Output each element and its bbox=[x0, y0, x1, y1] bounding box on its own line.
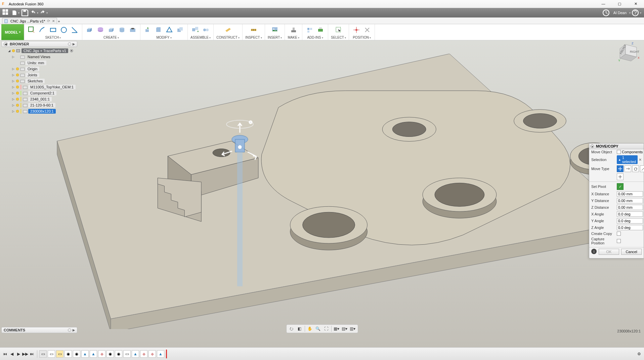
rectangle-tool-button[interactable] bbox=[48, 25, 58, 35]
cancel-button[interactable]: Cancel bbox=[621, 249, 642, 255]
tree-item[interactable]: ▷M1100S_TopYoke_OEM:1 bbox=[1, 84, 77, 90]
visibility-icon[interactable] bbox=[11, 49, 15, 53]
move-type-rotate-button[interactable] bbox=[632, 165, 639, 172]
cylinder-button[interactable] bbox=[117, 25, 127, 35]
data-panel-button[interactable] bbox=[2, 9, 10, 17]
move-object-checkbox[interactable] bbox=[617, 150, 621, 154]
timeline-back-button[interactable]: ◀ bbox=[9, 351, 15, 357]
visibility-icon[interactable] bbox=[15, 109, 19, 113]
line-tool-button[interactable] bbox=[38, 25, 47, 35]
job-status-icon[interactable] bbox=[602, 9, 610, 17]
comments-chevron-icon[interactable]: ▶ bbox=[73, 328, 75, 332]
ribbon-label-addins[interactable]: ADD-INS bbox=[307, 36, 323, 39]
panel-collapse-icon[interactable]: ● bbox=[591, 145, 594, 148]
tree-item[interactable]: ▷Named Views bbox=[1, 54, 77, 60]
pan-button[interactable]: ✋ bbox=[307, 326, 313, 332]
save-button[interactable] bbox=[21, 9, 29, 17]
timeline-feature[interactable]: ◆ bbox=[148, 350, 156, 358]
timeline-feature[interactable]: ◉ bbox=[73, 350, 80, 358]
visibility-icon[interactable] bbox=[15, 97, 19, 101]
redo-button[interactable] bbox=[40, 9, 48, 17]
hole-button[interactable] bbox=[128, 25, 137, 35]
revolve-button[interactable] bbox=[96, 25, 105, 35]
distance-input[interactable] bbox=[617, 198, 643, 203]
set-pivot-button[interactable]: ✓ bbox=[617, 183, 624, 190]
create-sketch-button[interactable] bbox=[27, 25, 36, 35]
circle-tool-button[interactable] bbox=[59, 25, 69, 35]
window-close-button[interactable]: ✕ bbox=[631, 2, 641, 6]
window-minimize-button[interactable]: — bbox=[598, 2, 608, 6]
workspace-switcher[interactable]: MODEL▾ bbox=[1, 24, 24, 40]
visibility-icon[interactable] bbox=[15, 85, 19, 89]
ribbon-label-insert[interactable]: INSERT bbox=[268, 36, 282, 39]
tree-item[interactable]: Units: mm bbox=[1, 60, 77, 66]
print-button[interactable] bbox=[316, 25, 325, 35]
position-revert-button[interactable] bbox=[362, 25, 372, 35]
expand-icon[interactable]: ▷ bbox=[11, 110, 15, 113]
browser-collapse-icon[interactable]: ◀ bbox=[4, 42, 8, 46]
viewport-settings-button[interactable]: ▥▾ bbox=[350, 326, 356, 332]
timeline-feature[interactable]: ▲ bbox=[157, 350, 164, 358]
timeline-feature[interactable]: ◉ bbox=[106, 350, 114, 358]
box-button[interactable] bbox=[106, 25, 116, 35]
timeline-feature[interactable]: ▲ bbox=[90, 350, 97, 358]
ribbon-label-sketch[interactable]: SKETCH bbox=[45, 36, 61, 39]
selection-clear-button[interactable]: ✕ bbox=[639, 158, 642, 162]
comments-pin-icon[interactable] bbox=[68, 328, 71, 332]
construct-plane-button[interactable] bbox=[223, 25, 233, 35]
capture-position-checkbox[interactable] bbox=[617, 239, 621, 243]
tree-root[interactable]: ◢ CNC Jigs + TraceParts v1 bbox=[1, 48, 77, 54]
timeline-feature[interactable]: ▭ bbox=[123, 350, 131, 358]
move-type-translate-button[interactable] bbox=[625, 165, 631, 172]
zoom-button[interactable]: 🔍 bbox=[315, 326, 321, 332]
document-tab[interactable]: CNC Jigs ...Parts v1* ⟳ ✕ bbox=[2, 18, 57, 24]
visibility-icon[interactable] bbox=[15, 67, 19, 71]
select-button[interactable] bbox=[334, 25, 343, 35]
fillet-button[interactable] bbox=[154, 25, 163, 35]
browser-header[interactable]: ◀ BROWSER ▶ bbox=[1, 41, 77, 47]
create-copy-checkbox[interactable] bbox=[617, 232, 621, 236]
timeline-feature[interactable]: ◉ bbox=[115, 350, 122, 358]
expand-icon[interactable]: ▷ bbox=[11, 85, 15, 89]
visibility-icon[interactable] bbox=[15, 91, 19, 95]
tree-item[interactable]: ▷Joints bbox=[1, 72, 77, 78]
combine-button[interactable] bbox=[175, 25, 185, 35]
ribbon-label-construct[interactable]: CONSTRUCT bbox=[216, 36, 240, 39]
timeline-feature[interactable]: ◆ bbox=[140, 350, 147, 358]
comments-panel-header[interactable]: COMMENTS ▶ bbox=[1, 327, 77, 333]
extrude-button[interactable] bbox=[85, 25, 94, 35]
move-copy-header[interactable]: ● MOVE/COPY bbox=[589, 144, 644, 149]
timeline-feature[interactable]: ▲ bbox=[132, 350, 139, 358]
view-cube[interactable]: RIGHT FRONT Z X Y bbox=[617, 42, 639, 64]
timeline-marker[interactable] bbox=[166, 350, 167, 358]
tree-item[interactable]: ▷Component2:1 bbox=[1, 90, 77, 96]
ribbon-label-modify[interactable]: MODIFY bbox=[156, 36, 171, 39]
orbit-button[interactable]: ⭮ bbox=[289, 326, 295, 332]
activate-radio-icon[interactable] bbox=[70, 49, 73, 52]
visibility-icon[interactable] bbox=[15, 73, 19, 77]
ribbon-label-create[interactable]: CREATE bbox=[103, 36, 119, 39]
tab-recover-icon[interactable]: ⟳ bbox=[47, 19, 50, 23]
timeline-feature[interactable]: ▭ bbox=[48, 350, 55, 358]
look-at-button[interactable]: ◧ bbox=[297, 326, 303, 332]
help-button[interactable]: ? bbox=[631, 9, 639, 17]
fit-button[interactable]: ⛶ bbox=[323, 326, 329, 332]
timeline-end-button[interactable]: ⏭ bbox=[29, 351, 35, 357]
timeline-play-button[interactable]: ▶ bbox=[15, 351, 22, 357]
ribbon-label-inspect[interactable]: INSPECT bbox=[245, 36, 262, 39]
user-menu-chevron-icon[interactable]: ▾ bbox=[629, 11, 631, 14]
expand-icon[interactable]: ▷ bbox=[11, 91, 15, 95]
move-type-extra-button[interactable] bbox=[617, 173, 624, 180]
new-component-button[interactable]: + bbox=[190, 25, 200, 35]
panel-info-icon[interactable]: i bbox=[591, 249, 597, 254]
expand-icon[interactable]: ▷ bbox=[11, 67, 15, 71]
expand-icon[interactable]: ▷ bbox=[11, 73, 15, 77]
undo-button[interactable] bbox=[30, 9, 38, 17]
timeline-feature[interactable]: ◉ bbox=[65, 350, 72, 358]
joint-button[interactable] bbox=[201, 25, 211, 35]
user-name[interactable]: Al Dean bbox=[613, 11, 627, 15]
expand-icon[interactable]: ▷ bbox=[11, 55, 15, 58]
timeline-feature[interactable]: ◆ bbox=[98, 350, 105, 358]
window-maximize-button[interactable]: ▢ bbox=[614, 2, 625, 6]
new-tab-button[interactable]: ＋ bbox=[57, 19, 61, 24]
